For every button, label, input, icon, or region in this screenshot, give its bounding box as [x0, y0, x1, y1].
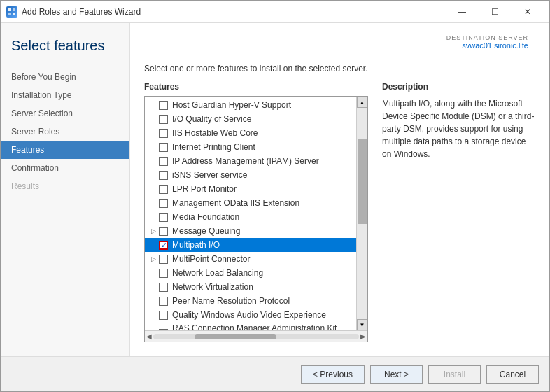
feature-checkbox[interactable] [159, 227, 168, 236]
destination-server: DESTINATION SERVER svwac01.sironic.life [446, 29, 539, 50]
vertical-scrollbar[interactable]: ▲ ▼ [356, 97, 367, 330]
expand-icon: ▷ [149, 227, 157, 235]
description-title: Description [382, 82, 535, 92]
titlebar: Add Roles and Features Wizard — ☐ ✕ [1, 1, 549, 23]
list-item[interactable]: Internet Printing Client [145, 140, 356, 154]
feature-checkbox[interactable] [159, 143, 168, 152]
feature-label: LPR Port Monitor [172, 184, 237, 194]
main-body: Features Host Guardian Hyper-V Support [144, 82, 535, 342]
list-item[interactable]: LPR Port Monitor [145, 182, 356, 196]
feature-checkbox[interactable] [159, 185, 168, 194]
feature-checkbox[interactable] [159, 213, 168, 222]
expand-icon [149, 213, 157, 221]
feature-label: Host Guardian Hyper-V Support [172, 100, 291, 110]
scroll-thumb[interactable] [358, 139, 367, 224]
sidebar-item-server-roles[interactable]: Server Roles [1, 122, 129, 141]
feature-label: Peer Name Resolution Protocol [172, 296, 290, 306]
list-item[interactable]: ▷ Message Queuing [145, 224, 356, 238]
next-button[interactable]: Next > [370, 365, 423, 384]
destination-server-area: DESTINATION SERVER svwac01.sironic.life [130, 23, 549, 50]
feature-checkbox[interactable] [159, 311, 168, 320]
scroll-up-button[interactable]: ▲ [357, 97, 368, 108]
features-panel: Features Host Guardian Hyper-V Support [144, 82, 368, 342]
feature-label: I/O Quality of Service [172, 114, 251, 124]
expand-icon [149, 143, 157, 151]
feature-checkbox[interactable] [159, 101, 168, 110]
destination-server-label: DESTINATION SERVER [446, 34, 528, 41]
svg-rect-3 [13, 13, 15, 15]
list-item[interactable]: iSNS Server service [145, 168, 356, 182]
horizontal-scrollbar[interactable]: ◀ ▶ [145, 330, 367, 342]
feature-checkbox[interactable] [159, 269, 168, 278]
install-button[interactable]: Install [428, 365, 481, 384]
list-item[interactable]: Host Guardian Hyper-V Support [145, 98, 356, 112]
feature-checkbox[interactable] [159, 157, 168, 166]
features-list-wrapper: Host Guardian Hyper-V Support I/O Qualit… [145, 97, 367, 330]
expand-icon: ▷ [149, 255, 157, 263]
window-title: Add Roles and Features Wizard [22, 7, 446, 17]
list-item[interactable]: IIS Hostable Web Core [145, 126, 356, 140]
scroll-track-h[interactable] [153, 334, 359, 340]
feature-checkbox[interactable] [159, 129, 168, 138]
cancel-button[interactable]: Cancel [486, 365, 539, 384]
previous-button[interactable]: < Previous [301, 365, 365, 384]
expand-icon [149, 115, 157, 123]
sidebar-item-results: Results [1, 177, 129, 195]
feature-label: RAS Connection Manager Administration Ki… [172, 323, 352, 330]
sidebar-item-before-you-begin[interactable]: Before You Begin [1, 68, 129, 86]
expand-icon [149, 101, 157, 109]
list-item[interactable]: Quality Windows Audio Video Experience [145, 308, 356, 322]
feature-label: iSNS Server service [172, 170, 247, 180]
sidebar-item-server-selection[interactable]: Server Selection [1, 104, 129, 122]
feature-label: MultiPoint Connector [172, 254, 250, 264]
expand-icon [149, 297, 157, 305]
list-item[interactable]: Media Foundation [145, 210, 356, 224]
minimize-button[interactable]: — [446, 1, 478, 23]
expand-icon [149, 283, 157, 291]
main-area: Select one or more features to install o… [130, 50, 549, 356]
list-item[interactable]: Peer Name Resolution Protocol [145, 294, 356, 308]
list-item[interactable]: I/O Quality of Service [145, 112, 356, 126]
sidebar-header: Select features [1, 37, 129, 68]
sidebar-nav: Before You Begin Installation Type Serve… [1, 68, 129, 195]
list-item[interactable]: ✓ Multipath I/O [145, 238, 356, 252]
description-panel: Description Multipath I/O, along with th… [382, 82, 535, 342]
scroll-thumb-h[interactable] [195, 334, 277, 340]
maximize-button[interactable]: ☐ [479, 1, 511, 23]
list-item[interactable]: Management OData IIS Extension [145, 196, 356, 210]
feature-label: IP Address Management (IPAM) Server [172, 156, 319, 166]
close-button[interactable]: ✕ [512, 1, 544, 23]
sidebar-item-features[interactable]: Features [1, 141, 129, 159]
feature-checkbox[interactable] [159, 115, 168, 124]
feature-checkbox[interactable]: ✓ [159, 241, 168, 250]
sidebar-item-confirmation[interactable]: Confirmation [1, 159, 129, 177]
expand-icon [149, 241, 157, 249]
list-item[interactable]: IP Address Management (IPAM) Server [145, 154, 356, 168]
feature-label: Internet Printing Client [172, 142, 255, 152]
feature-label: Quality Windows Audio Video Experience [172, 310, 326, 320]
window-controls: — ☐ ✕ [446, 1, 544, 23]
feature-label: Network Virtualization [172, 282, 253, 292]
scroll-track[interactable] [357, 108, 367, 319]
scroll-left-button[interactable]: ◀ [146, 332, 152, 340]
scroll-right-button[interactable]: ▶ [360, 332, 366, 340]
feature-checkbox[interactable] [159, 255, 168, 264]
features-panel-title: Features [144, 82, 368, 92]
list-item[interactable]: RAS Connection Manager Administration Ki… [145, 322, 356, 330]
feature-checkbox[interactable] [159, 171, 168, 180]
features-scroll[interactable]: Host Guardian Hyper-V Support I/O Qualit… [145, 97, 356, 330]
feature-checkbox[interactable] [159, 199, 168, 208]
scroll-down-button[interactable]: ▼ [357, 319, 368, 330]
list-item[interactable]: Network Virtualization [145, 280, 356, 294]
expand-icon [149, 171, 157, 179]
feature-checkbox[interactable] [159, 297, 168, 306]
main-panel: DESTINATION SERVER svwac01.sironic.life … [130, 23, 549, 356]
description-text: Multipath I/O, along with the Microsoft … [382, 97, 535, 160]
sidebar-item-installation-type[interactable]: Installation Type [1, 86, 129, 104]
app-icon [6, 6, 17, 18]
footer: < Previous Next > Install Cancel [1, 356, 549, 391]
list-item[interactable]: Network Load Balancing [145, 266, 356, 280]
feature-checkbox[interactable] [159, 283, 168, 292]
list-item[interactable]: ▷ MultiPoint Connector [145, 252, 356, 266]
svg-rect-2 [8, 13, 11, 15]
